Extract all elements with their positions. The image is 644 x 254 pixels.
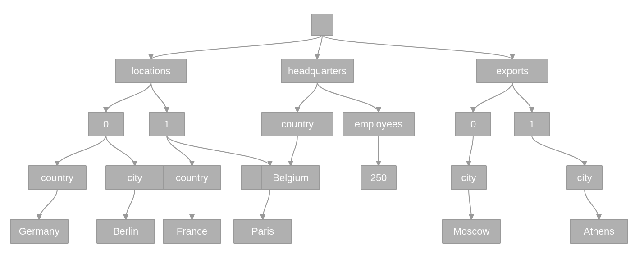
belgium-node: Belgium [261,165,320,190]
paris-node: Paris [233,219,292,244]
l0-country-node: country [28,165,87,190]
n250-node: 250 [361,165,397,190]
loc1-node: 1 [149,112,185,136]
exp0-node: 0 [455,112,491,136]
e1-city-node: city [566,165,603,190]
l1-country-node: country [163,165,221,190]
france-node: France [163,219,221,244]
germany-node: Germany [10,219,69,244]
l0-city-node: city [105,165,164,190]
hq-employees-node: employees [343,112,415,136]
exp1-node: 1 [514,112,550,136]
athens-node: Athens [570,219,628,244]
exports-node: exports [476,59,548,83]
root-node [311,14,333,36]
headquarters-node: headquarters [281,59,354,83]
hq-country-node: country [261,112,333,136]
berlin-node: Berlin [96,219,155,244]
e0-city-node: city [451,165,487,190]
loc0-node: 0 [88,112,124,136]
moscow-node: Moscow [442,219,501,244]
locations-node: locations [115,59,187,83]
